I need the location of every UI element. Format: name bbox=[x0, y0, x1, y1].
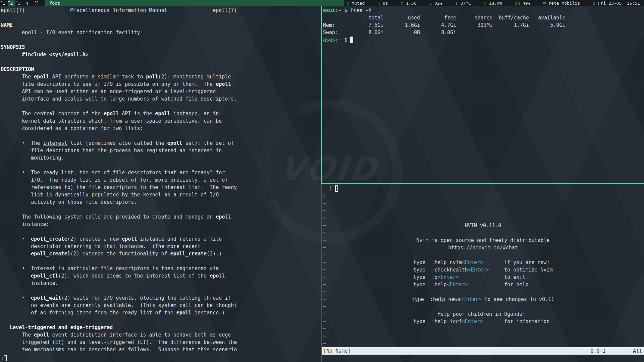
tag-client-indicator bbox=[8, 1, 10, 2]
terminal-line: Swap: 8.0Gi 0B 8.0Gi bbox=[323, 29, 644, 36]
nvim-cmdline bbox=[322, 355, 644, 362]
manpage-content: epoll(7) Miscellaneous Information Manua… bbox=[1, 7, 321, 353]
terminal-line: kernel data structure which, from a user… bbox=[1, 117, 321, 125]
terminal-line: Help poor children in Uganda! bbox=[322, 310, 644, 318]
terminal-line bbox=[1, 162, 321, 169]
focused-border-vertical bbox=[321, 6, 322, 184]
terminal-line: ~ bbox=[323, 215, 644, 222]
tag-4[interactable]: 4 bbox=[23, 0, 31, 6]
window-title: foot bbox=[45, 0, 343, 6]
terminal-line: asus:~ $ bbox=[323, 36, 644, 44]
terminal-line: two mechanisms can be described as follo… bbox=[1, 346, 321, 353]
status-charge: Ch 49% bbox=[515, 1, 531, 6]
tag-2-selected[interactable]: 2 bbox=[8, 0, 15, 6]
terminal-line: ~ bbox=[323, 192, 644, 200]
terminal-line: epoll - I/O event notification facility bbox=[1, 29, 321, 36]
terminal-line: • The ready list: the set of file descri… bbox=[1, 169, 321, 176]
terminal-line: I/O. The ready list is a subset of (or, … bbox=[1, 176, 321, 184]
status-memory: M 1.5G bbox=[401, 1, 417, 6]
statusbar: 1 2 3 4 []= foot V muted K us M 1.5G C 0… bbox=[0, 0, 644, 6]
terminal-line: ~ bbox=[323, 333, 644, 340]
terminal-line: of as fetching items from the ready list… bbox=[1, 309, 321, 316]
tag-1[interactable]: 1 bbox=[0, 0, 8, 6]
tag-client-indicator bbox=[16, 1, 17, 2]
shell-terminal[interactable]: asus:~ $ free -h total used free shared … bbox=[322, 6, 644, 183]
terminal-line bbox=[322, 251, 644, 259]
terminal-line: descriptor referring to that instance. (… bbox=[1, 243, 321, 250]
terminal-line bbox=[1, 206, 321, 213]
terminal-line: The central concept of the epoll API is … bbox=[1, 110, 321, 117]
terminal-line: https://neovim.io/#chat bbox=[322, 244, 644, 251]
terminal-line: considered as a container for two lists: bbox=[1, 125, 321, 132]
terminal-line: ~ bbox=[323, 200, 644, 207]
status-segment: V muted K us M 1.5G C 02% T 37°C P 18.0W… bbox=[344, 0, 644, 6]
terminal-line: type :q<Enter> to exit bbox=[322, 274, 644, 281]
terminal-line: references to) the file descriptors in t… bbox=[1, 184, 321, 191]
terminal-line: The epoll API performs a similar task to… bbox=[1, 73, 321, 80]
terminal-line: total used free shared buff/cache availa… bbox=[323, 14, 644, 21]
status-wifi: W rete mobilis bbox=[543, 1, 580, 6]
terminal-line: API can be used either as an edge-trigge… bbox=[1, 88, 321, 95]
terminal-line: type :help nvim<Enter> if you are new! bbox=[322, 259, 644, 266]
terminal-line: Level-triggered and edge-triggered bbox=[1, 324, 321, 331]
terminal-line: Nvim is open source and freely distribut… bbox=[322, 237, 644, 244]
terminal-line bbox=[1, 58, 321, 66]
shell-content: asus:~ $ free -h total used free shared … bbox=[323, 7, 644, 44]
terminal-line: ~ bbox=[323, 207, 644, 215]
terminal-line: : bbox=[1, 355, 7, 362]
ruler: 0,0-1 All bbox=[590, 348, 644, 354]
buffer-name: [No Name] bbox=[322, 348, 351, 354]
terminal-line: SYNOPSIS bbox=[1, 44, 321, 51]
terminal-line: type :help news<Enter> to see changes in… bbox=[322, 296, 644, 303]
terminal-line: no events are currently available. (This… bbox=[1, 302, 321, 309]
terminal-line: NVIM v0.11.0 bbox=[322, 222, 644, 229]
terminal-line: type :help<Enter> for help bbox=[322, 281, 644, 288]
terminal-line: epoll_ctl(2), which adds items to the in… bbox=[1, 272, 321, 280]
tag-label: 4 bbox=[26, 1, 29, 6]
terminal-line bbox=[1, 103, 321, 110]
unfocused-border-vertical bbox=[321, 184, 322, 362]
manpage-terminal[interactable]: epoll(7) Miscellaneous Information Manua… bbox=[0, 6, 321, 362]
status-cpu: C 02% bbox=[429, 1, 442, 6]
pager-prompt[interactable]: : bbox=[1, 355, 7, 362]
tag-label: 2 bbox=[10, 1, 13, 6]
terminal-line: The following system calls are provided … bbox=[1, 213, 321, 221]
terminal-line: • epoll_create(2) creates a new epoll in… bbox=[1, 235, 321, 243]
terminal-line: • epoll_wait(2) waits for I/O events, bl… bbox=[1, 294, 321, 302]
nvim-pane[interactable]: 1 ~~~~~~~~~~~~~~~~~~~~~ NVIM v0.11.0Nvim… bbox=[322, 184, 644, 362]
terminal-line bbox=[1, 132, 321, 139]
terminal-line: NAME bbox=[1, 21, 321, 29]
terminal-line: ~ bbox=[323, 325, 644, 333]
terminal-line bbox=[1, 14, 321, 21]
nvim-splash: NVIM v0.11.0Nvim is open source and free… bbox=[322, 222, 644, 325]
terminal-line: DESCRIPTION bbox=[1, 66, 321, 73]
terminal-line: file descriptors to see if I/O is possib… bbox=[1, 80, 321, 88]
terminal-line bbox=[1, 287, 321, 294]
nvim-statusline: [No Name] 0,0-1 All bbox=[322, 347, 644, 355]
terminal-line: list is dynamically populated by the ker… bbox=[1, 191, 321, 198]
terminal-line: type :checkhealth<Enter> to optimize Nvi… bbox=[322, 266, 644, 274]
terminal-line bbox=[1, 316, 321, 324]
layout-symbol[interactable]: []= bbox=[31, 0, 45, 6]
status-keyboard: K us bbox=[377, 1, 388, 6]
tag-label: 1 bbox=[3, 1, 5, 6]
terminal-line: epoll_create1(2) extends the functionali… bbox=[1, 250, 321, 257]
terminal-line: activity on those file descriptors. bbox=[1, 198, 321, 206]
terminal-line: epoll(7) Miscellaneous Information Manua… bbox=[1, 7, 321, 14]
terminal-line bbox=[322, 303, 644, 310]
terminal-line bbox=[322, 229, 644, 237]
tag-3[interactable]: 3 bbox=[15, 0, 23, 6]
terminal-line: type :help iccf<Enter> for information bbox=[322, 318, 644, 325]
focused-border-horizontal bbox=[321, 183, 644, 184]
terminal-line bbox=[322, 288, 644, 296]
terminal-line: asus:~ $ free -h bbox=[323, 7, 644, 14]
status-volume: V muted bbox=[346, 1, 365, 6]
terminal-line: interface and scales well to large numbe… bbox=[1, 95, 321, 103]
terminal-line: instance. bbox=[1, 280, 321, 287]
terminal-line: instance: bbox=[1, 221, 321, 228]
terminal-line: #include <sys/epoll.h> bbox=[1, 51, 321, 58]
terminal-line: file descriptors that the process has re… bbox=[1, 147, 321, 154]
terminal-line bbox=[1, 257, 321, 265]
terminal-line bbox=[1, 36, 321, 44]
terminal-line bbox=[1, 228, 321, 235]
